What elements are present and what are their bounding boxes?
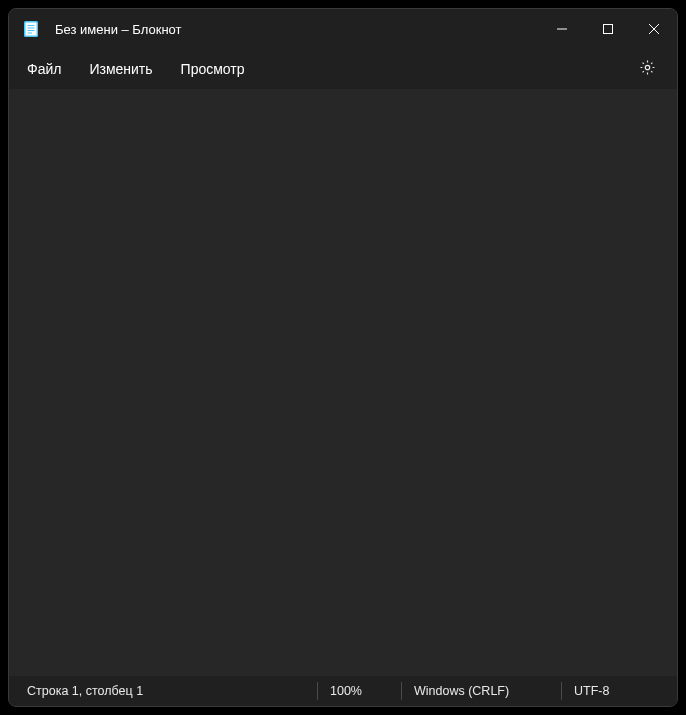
window-controls: [539, 9, 677, 49]
menubar: Файл Изменить Просмотр: [9, 49, 677, 89]
notepad-icon: [21, 19, 41, 39]
status-zoom[interactable]: 100%: [317, 682, 401, 700]
svg-rect-7: [604, 25, 613, 34]
window-title: Без имени – Блокнот: [55, 22, 539, 37]
status-cursor-position: Строка 1, столбец 1: [9, 682, 317, 700]
statusbar: Строка 1, столбец 1 100% Windows (CRLF) …: [9, 676, 677, 706]
svg-rect-1: [26, 23, 37, 36]
maximize-button[interactable]: [585, 9, 631, 49]
menu-edit[interactable]: Изменить: [75, 55, 166, 83]
menu-view[interactable]: Просмотр: [167, 55, 259, 83]
gear-icon: [639, 59, 656, 79]
text-editor[interactable]: [9, 89, 677, 676]
status-line-ending[interactable]: Windows (CRLF): [401, 682, 561, 700]
titlebar[interactable]: Без имени – Блокнот: [9, 9, 677, 49]
minimize-button[interactable]: [539, 9, 585, 49]
svg-point-10: [645, 65, 649, 69]
status-encoding[interactable]: UTF-8: [561, 682, 677, 700]
close-button[interactable]: [631, 9, 677, 49]
notepad-window: Без имени – Блокнот Файл Изменить Просмо…: [8, 8, 678, 707]
settings-button[interactable]: [629, 53, 665, 85]
menu-file[interactable]: Файл: [13, 55, 75, 83]
